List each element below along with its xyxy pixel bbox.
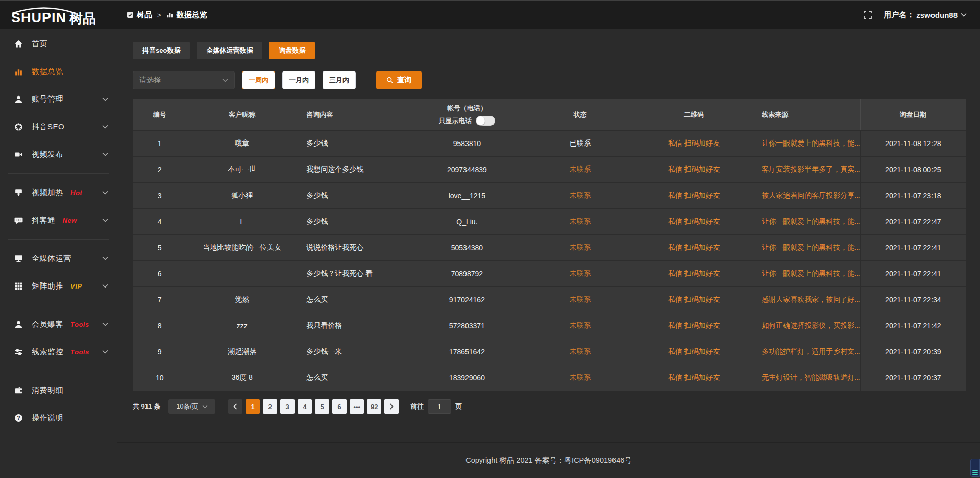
page-5-button[interactable]: 5: [315, 399, 329, 414]
chevron-right-icon: [389, 403, 394, 410]
cell-qrcode-link[interactable]: 私信 扫码加好友: [638, 339, 750, 365]
cell-nickname: 狐小狸: [186, 183, 298, 209]
sidebar-item-全媒体运营[interactable]: 全媒体运营: [0, 245, 117, 272]
cell-source-link[interactable]: 让你一眼就爱上的黑科技，能...: [750, 261, 860, 287]
phone-only-toggle[interactable]: [476, 116, 495, 126]
cell-date: 2021-11-07 22:34: [860, 287, 966, 313]
table-row: 3 狐小狸 多少钱 love__1215 未联系 私信 扫码加好友 被大家追着问…: [133, 183, 966, 209]
page-2-button[interactable]: 2: [263, 399, 277, 414]
username-value: zswodun88: [916, 11, 958, 19]
cell-account: 572803371: [411, 313, 523, 339]
cell-qrcode-link[interactable]: 私信 扫码加好友: [638, 235, 750, 261]
page-size-select[interactable]: 10条/页: [168, 399, 215, 414]
monitor-icon: [14, 254, 23, 263]
goto-label: 前往: [410, 402, 424, 411]
cell-qrcode-link[interactable]: 私信 扫码加好友: [638, 261, 750, 287]
cell-source-link[interactable]: 客厅安装投影半年多了，真实...: [750, 157, 860, 183]
table-row: 5 当地比较能吃的一位美女 说说价格让我死心 50534380 未联系 私信 扫…: [133, 235, 966, 261]
prev-page-button[interactable]: [228, 399, 242, 414]
cell-content: 我想问这个多少钱: [298, 157, 411, 183]
cell-source-link[interactable]: 让你一眼就爱上的黑科技，能...: [750, 209, 860, 235]
cell-nickname: 当地比较能吃的一位美女: [186, 235, 298, 261]
cell-account: love__1215: [411, 183, 523, 209]
period-三月内[interactable]: 三月内: [323, 71, 356, 89]
cell-account: 178651642: [411, 339, 523, 365]
sidebar-item-消费明细[interactable]: 消费明细: [0, 376, 117, 404]
bar-chart-icon: [14, 67, 23, 76]
page-1-button[interactable]: 1: [246, 399, 260, 414]
cell-content: 说说价格让我死心: [298, 235, 411, 261]
chevron-down-icon: [102, 284, 108, 288]
sidebar-item-操作说明[interactable]: ? 操作说明: [0, 404, 117, 432]
cell-qrcode-link[interactable]: 私信 扫码加好友: [638, 313, 750, 339]
cell-date: 2021-11-07 20:37: [860, 365, 966, 391]
cell-qrcode-link[interactable]: 私信 扫码加好友: [638, 365, 750, 391]
floating-widget[interactable]: [970, 459, 980, 477]
table-row: 2 不可一世 我想问这个多少钱 2097344839 未联系 私信 扫码加好友 …: [133, 157, 966, 183]
breadcrumb-home[interactable]: 树品: [127, 10, 152, 20]
page-6-button[interactable]: 6: [332, 399, 347, 414]
table-row: 10 36度 8 怎么买 183929060 未联系 私信 扫码加好友 无主灯设…: [133, 365, 966, 391]
cell-status: 未联系: [523, 235, 638, 261]
cell-source-link[interactable]: 多功能护栏灯，适用于乡村文...: [750, 339, 860, 365]
header-id: 编号: [133, 99, 186, 131]
cell-qrcode-link[interactable]: 私信 扫码加好友: [638, 287, 750, 313]
account-select[interactable]: 请选择: [133, 71, 235, 89]
header-account: 帐号（电话） 只显示电话: [411, 99, 523, 131]
sidebar-item-矩阵助推[interactable]: 矩阵助推 VIP: [0, 272, 117, 300]
cell-source-link[interactable]: 让你一眼就爱上的黑科技，能...: [750, 131, 860, 157]
cell-source-link[interactable]: 被大家追着问的客厅投影分享...: [750, 183, 860, 209]
cell-source-link[interactable]: 感谢大家喜欢我家，被问了好...: [750, 287, 860, 313]
chevron-down-icon: [102, 218, 108, 222]
sidebar-item-抖音SEO[interactable]: 抖音SEO: [0, 113, 117, 140]
page-ellipsis-button[interactable]: •••: [350, 399, 364, 414]
header-source: 线索来源: [750, 99, 860, 131]
cell-date: 2021-11-07 22:41: [860, 261, 966, 287]
fullscreen-icon[interactable]: [863, 10, 872, 19]
goto-page-input[interactable]: [428, 399, 451, 414]
page-4-button[interactable]: 4: [298, 399, 312, 414]
period-一周内[interactable]: 一周内: [242, 71, 275, 89]
cell-source-link[interactable]: 让你一眼就爱上的黑科技，能...: [750, 235, 860, 261]
cell-qrcode-link[interactable]: 私信 扫码加好友: [638, 183, 750, 209]
copyright-text: Copyright 树品 2021 备案号：粤ICP备09019646号: [465, 456, 632, 465]
cell-qrcode-link[interactable]: 私信 扫码加好友: [638, 131, 750, 157]
cell-id: 4: [133, 209, 186, 235]
sidebar-item-线索监控[interactable]: 线索监控 Tools: [0, 338, 117, 366]
sidebar-item-会员爆客[interactable]: 会员爆客 Tools: [0, 310, 117, 338]
sidebar-item-抖客通[interactable]: 抖客通 New: [0, 206, 117, 234]
cell-id: 5: [133, 235, 186, 261]
table-row: 9 潮起潮落 多少钱一米 178651642 未联系 私信 扫码加好友 多功能护…: [133, 339, 966, 365]
cell-nickname: 36度 8: [186, 365, 298, 391]
cell-qrcode-link[interactable]: 私信 扫码加好友: [638, 209, 750, 235]
cell-date: 2021-11-07 23:18: [860, 183, 966, 209]
tab-全媒体运营数据[interactable]: 全媒体运营数据: [197, 42, 262, 59]
chevron-down-icon: [102, 152, 108, 156]
chevron-down-icon: [102, 125, 108, 129]
user-menu[interactable]: 用户名： zswodun88: [884, 10, 967, 20]
cell-id: 2: [133, 157, 186, 183]
chat-bubble-icon: [14, 216, 23, 225]
grid-icon: [14, 282, 23, 291]
search-button[interactable]: 查询: [376, 71, 422, 89]
cell-date: 2021-11-07 22:47: [860, 209, 966, 235]
next-page-button[interactable]: [384, 399, 399, 414]
sidebar-item-账号管理[interactable]: 账号管理: [0, 85, 117, 113]
period-一月内[interactable]: 一月内: [282, 71, 315, 89]
cell-account: 9583810: [411, 131, 523, 157]
tab-抖音seo数据[interactable]: 抖音seo数据: [133, 42, 190, 59]
sidebar-item-数据总览[interactable]: 数据总览: [0, 58, 117, 85]
breadcrumb: 树品 > 数据总览: [127, 10, 207, 20]
data-tabs: 抖音seo数据全媒体运营数据询盘数据: [133, 42, 966, 59]
cell-source-link[interactable]: 无主灯设计，智能磁吸轨道灯...: [750, 365, 860, 391]
chevron-down-icon: [102, 190, 108, 195]
page-92-button[interactable]: 92: [367, 399, 381, 414]
sidebar-item-视频发布[interactable]: 视频发布: [0, 140, 117, 168]
cell-status: 已联系: [523, 131, 638, 157]
page-3-button[interactable]: 3: [280, 399, 295, 414]
sidebar-item-视频加热[interactable]: 视频加热 Hot: [0, 179, 117, 206]
cell-qrcode-link[interactable]: 私信 扫码加好友: [638, 157, 750, 183]
cell-source-link[interactable]: 如何正确选择投影仪，买投影...: [750, 313, 860, 339]
tab-询盘数据[interactable]: 询盘数据: [269, 42, 315, 59]
sidebar-item-首页[interactable]: 首页: [0, 30, 117, 58]
